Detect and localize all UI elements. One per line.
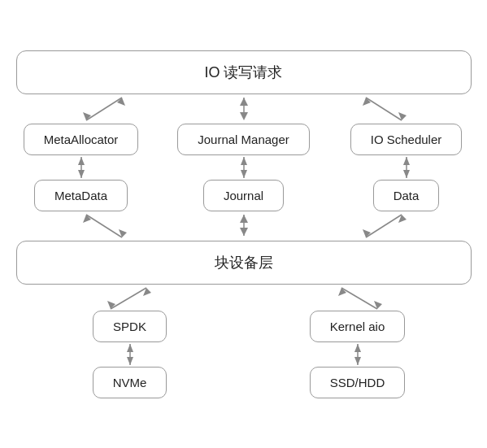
meta-allocator-node: MetaAllocator [24,124,139,155]
svg-marker-17 [403,170,410,178]
arrow-journal [234,155,254,180]
svg-marker-13 [241,157,247,165]
svg-line-6 [366,98,402,120]
diagram: IO 读写请求 MetaAllocator MetaData Journal [16,50,472,398]
data-node: Data [373,180,440,211]
col-meta: MetaAllocator MetaData [16,124,146,211]
svg-marker-14 [241,170,247,178]
svg-marker-2 [117,98,125,106]
arrow-meta [72,155,91,180]
arrow-io [397,155,416,180]
kernel-aio-node: Kernel aio [310,311,406,342]
ssd-hdd-node: SSD/HDD [310,367,406,398]
svg-marker-37 [354,344,361,352]
svg-marker-5 [240,98,248,106]
col-journal: Journal Manager Journal [179,124,309,211]
svg-marker-1 [83,112,91,120]
svg-line-18 [86,215,122,237]
svg-marker-16 [403,157,410,165]
block-layer-node: 块设备层 [16,241,472,285]
svg-line-27 [111,288,146,309]
col-spdk: SPDK NVMe [57,311,203,398]
svg-marker-11 [78,170,85,178]
arrow-kernel [348,342,367,367]
io-scheduler-node: IO Scheduler [350,124,463,155]
bottom-row: SPDK NVMe Kernel aio SSD/HDD [16,311,472,398]
svg-marker-23 [240,228,248,236]
metadata-node: MetaData [34,180,128,211]
svg-marker-38 [354,357,361,365]
svg-line-30 [341,288,377,309]
spdk-node: SPDK [93,311,167,342]
svg-marker-26 [363,229,371,237]
middle-row-top: MetaAllocator MetaData Journal Manager J… [16,124,472,211]
svg-marker-35 [127,357,133,365]
svg-marker-29 [107,301,115,309]
svg-line-0 [86,98,122,120]
svg-line-24 [366,215,402,237]
journal-node: Journal [203,180,284,211]
bottom-top-arrows-svg [16,211,472,241]
block-bottom-arrows-svg [16,285,472,311]
top-arrows-svg [16,94,472,124]
nvme-node: NVMe [93,367,167,398]
svg-marker-31 [338,288,346,296]
io-request-node: IO 读写请求 [16,50,472,94]
journal-manager-node: Journal Manager [177,124,310,155]
svg-marker-34 [127,344,133,352]
col-io: IO Scheduler Data [341,124,472,211]
arrow-spdk [120,342,140,367]
svg-marker-10 [78,157,85,165]
svg-marker-4 [240,112,248,120]
svg-marker-8 [363,98,371,106]
col-kernel: Kernel aio SSD/HDD [285,311,431,398]
svg-marker-22 [240,215,248,223]
svg-marker-19 [83,215,91,223]
